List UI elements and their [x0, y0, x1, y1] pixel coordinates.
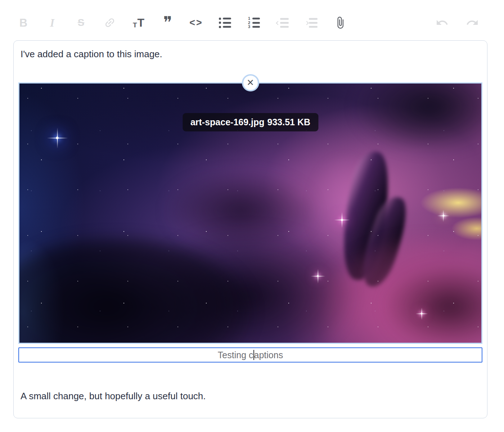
star [442, 215, 444, 217]
paragraph-2[interactable]: A small change, but hopefully a useful t… [21, 390, 482, 402]
star [56, 137, 59, 139]
outdent-button[interactable] [276, 15, 289, 31]
indent-icon [305, 18, 318, 28]
quote-button[interactable]: ❞ [161, 15, 174, 31]
star [341, 219, 343, 221]
link-icon [101, 14, 118, 31]
editor-body[interactable]: I've added a caption to this image. ✕ ar… [13, 40, 487, 418]
caption-text-after-cursor: aptions [254, 350, 283, 360]
heading-icon: T T [133, 17, 144, 28]
paperclip-icon [334, 16, 347, 29]
attach-file-button[interactable] [334, 15, 347, 31]
file-name: art-space-169.jpg [190, 117, 265, 127]
strikethrough-icon: S [78, 18, 85, 28]
paragraph-1[interactable]: I've added a caption to this image. [21, 48, 482, 60]
heading-button[interactable]: T T [132, 15, 145, 31]
code-button[interactable]: <> [190, 15, 203, 31]
code-icon: <> [189, 18, 203, 28]
close-icon: ✕ [247, 78, 254, 87]
strikethrough-button[interactable]: S [75, 15, 87, 31]
numbered-list-button[interactable]: 1 2 3 [247, 15, 260, 31]
outdent-icon [276, 18, 289, 28]
remove-attachment-button[interactable]: ✕ [242, 74, 259, 91]
bullet-list-icon [219, 18, 231, 28]
caption-input[interactable]: Testing captions [18, 347, 482, 363]
quote-icon: ❞ [163, 18, 172, 28]
undo-icon [436, 16, 449, 30]
undo-button[interactable] [436, 15, 449, 31]
history-button-group [436, 15, 479, 31]
editor-toolbar: B I S T T ❞ <> [0, 0, 504, 33]
italic-button[interactable]: I [46, 15, 59, 31]
format-button-group: B I S T T ❞ <> [17, 15, 347, 31]
redo-icon [466, 16, 479, 30]
bold-button[interactable]: B [17, 15, 30, 31]
redo-button[interactable] [466, 15, 479, 31]
file-info-badge: art-space-169.jpg933.51 KB [183, 113, 318, 131]
indent-button[interactable] [305, 15, 318, 31]
star [317, 275, 319, 277]
link-button[interactable] [103, 15, 116, 31]
image-attachment[interactable]: ✕ art-space-169.jpg933.51 KB [18, 82, 482, 344]
numbered-list-icon: 1 2 3 [248, 18, 260, 28]
star [421, 313, 423, 315]
italic-icon: I [50, 17, 54, 28]
file-size: 933.51 KB [267, 117, 311, 127]
caption-text-before-cursor: Testing c [218, 350, 253, 360]
bold-icon: B [19, 17, 27, 28]
bullet-list-button[interactable] [219, 15, 231, 31]
